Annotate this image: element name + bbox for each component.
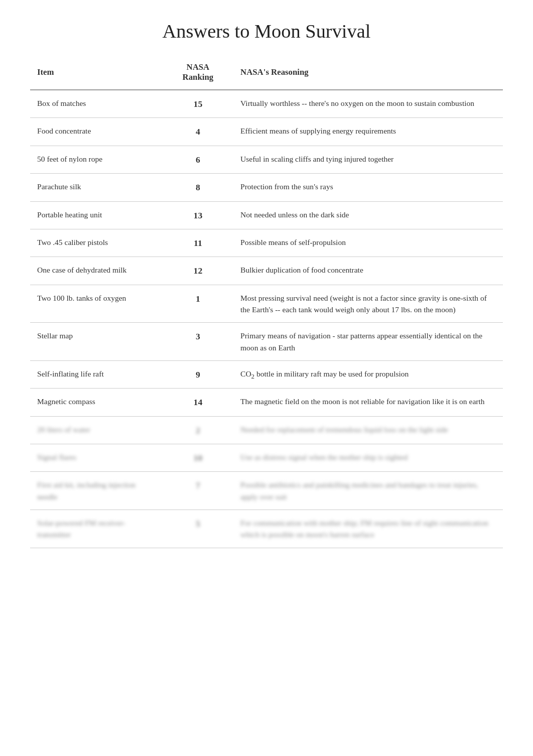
cell-rank: 4 <box>163 118 233 146</box>
table-row: Stellar map3Primary means of navigation … <box>30 323 503 361</box>
cell-rank: 11 <box>163 229 233 257</box>
table-row: Parachute silk8Protection from the sun's… <box>30 174 503 201</box>
table-row: Signal flares10Use as distress signal wh… <box>30 444 503 472</box>
cell-rank: 1 <box>163 285 233 323</box>
cell-reason: Protection from the sun's rays <box>233 174 503 201</box>
cell-reason: Efficient means of supplying energy requ… <box>233 118 503 146</box>
moon-survival-table: Item NASARanking NASA's Reasoning Box of… <box>30 57 503 548</box>
table-row: Solar-powered FM receiver-transmitter5Fo… <box>30 510 503 548</box>
cell-item: Portable heating unit <box>30 201 163 229</box>
cell-reason: Primary means of navigation - star patte… <box>233 323 503 361</box>
table-row: 20 liters of water2Needed for replacemen… <box>30 416 503 444</box>
cell-reason: Virtually worthless -- there's no oxygen… <box>233 90 503 118</box>
col-header-reasoning: NASA's Reasoning <box>233 57 503 90</box>
cell-rank: 13 <box>163 201 233 229</box>
cell-rank: 8 <box>163 174 233 201</box>
cell-item: Signal flares <box>30 444 163 472</box>
cell-item: Stellar map <box>30 323 163 361</box>
cell-rank: 2 <box>163 416 233 444</box>
cell-item: 50 feet of nylon rope <box>30 146 163 173</box>
cell-reason: Useful in scaling cliffs and tying injur… <box>233 146 503 173</box>
table-row: First aid kit, including injection needl… <box>30 472 503 510</box>
table-row: Magnetic compass14The magnetic field on … <box>30 389 503 416</box>
table-row: One case of dehydrated milk12Bulkier dup… <box>30 257 503 285</box>
table-row: Self-inflating life raft9CO2 bottle in m… <box>30 360 503 389</box>
page-title: Answers to Moon Survival <box>30 20 503 42</box>
cell-item: Two 100 lb. tanks of oxygen <box>30 285 163 323</box>
table-row: Box of matches15Virtually worthless -- t… <box>30 90 503 118</box>
table-row: Two 100 lb. tanks of oxygen1Most pressin… <box>30 285 503 323</box>
cell-rank: 3 <box>163 323 233 361</box>
cell-item: 20 liters of water <box>30 416 163 444</box>
cell-rank: 15 <box>163 90 233 118</box>
table-row: 50 feet of nylon rope6Useful in scaling … <box>30 146 503 173</box>
cell-reason: Most pressing survival need (weight is n… <box>233 285 503 323</box>
cell-reason: Not needed unless on the dark side <box>233 201 503 229</box>
cell-item: One case of dehydrated milk <box>30 257 163 285</box>
cell-item: Food concentrate <box>30 118 163 146</box>
cell-item: Solar-powered FM receiver-transmitter <box>30 510 163 548</box>
cell-reason: Needed for replacement of tremendous liq… <box>233 416 503 444</box>
cell-reason: Possible antibiotics and painkilling med… <box>233 472 503 510</box>
cell-rank: 5 <box>163 510 233 548</box>
cell-reason: Possible means of self-propulsion <box>233 229 503 257</box>
cell-rank: 14 <box>163 389 233 416</box>
cell-item: Two .45 caliber pistols <box>30 229 163 257</box>
cell-rank: 6 <box>163 146 233 173</box>
cell-item: Self-inflating life raft <box>30 360 163 389</box>
cell-reason: For communication with mother ship; FM r… <box>233 510 503 548</box>
cell-item: Parachute silk <box>30 174 163 201</box>
cell-rank: 12 <box>163 257 233 285</box>
cell-rank: 10 <box>163 444 233 472</box>
cell-item: Box of matches <box>30 90 163 118</box>
cell-item: First aid kit, including injection needl… <box>30 472 163 510</box>
cell-reason: The magnetic field on the moon is not re… <box>233 389 503 416</box>
cell-reason: Bulkier duplication of food concentrate <box>233 257 503 285</box>
table-row: Portable heating unit13Not needed unless… <box>30 201 503 229</box>
cell-reason: CO2 bottle in military raft may be used … <box>233 360 503 389</box>
cell-rank: 9 <box>163 360 233 389</box>
cell-reason: Use as distress signal when the mother s… <box>233 444 503 472</box>
table-row: Two .45 caliber pistols11Possible means … <box>30 229 503 257</box>
col-header-ranking: NASARanking <box>163 57 233 90</box>
cell-rank: 7 <box>163 472 233 510</box>
table-row: Food concentrate4Efficient means of supp… <box>30 118 503 146</box>
cell-item: Magnetic compass <box>30 389 163 416</box>
col-header-item: Item <box>30 57 163 90</box>
